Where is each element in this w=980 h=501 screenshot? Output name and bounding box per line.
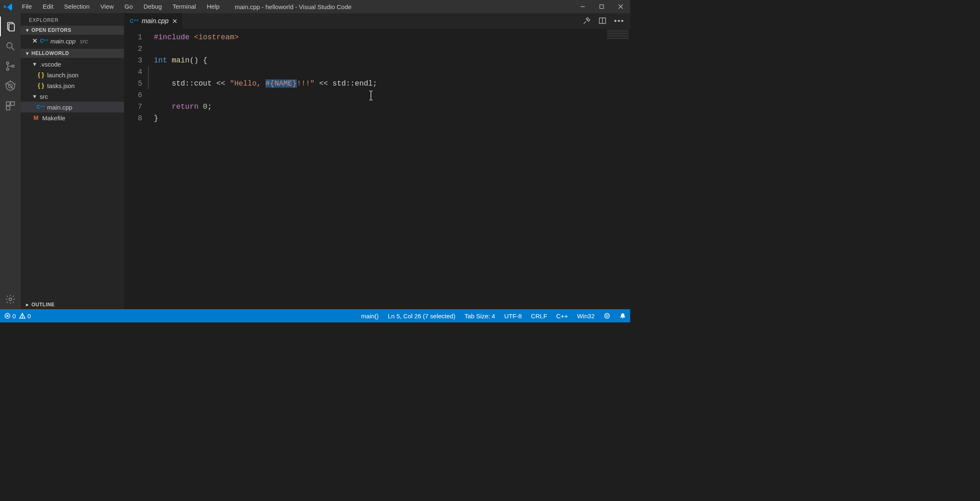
- cpp-file-icon: C⁺⁺: [41, 38, 48, 44]
- status-warnings-count: 0: [27, 313, 31, 320]
- explorer-sidebar: EXPLORER ▾ OPEN EDITORS ✕ C⁺⁺ main.cpp s…: [21, 13, 124, 309]
- menu-selection[interactable]: Selection: [59, 0, 95, 13]
- workbench: EXPLORER ▾ OPEN EDITORS ✕ C⁺⁺ main.cpp s…: [0, 13, 630, 309]
- activity-settings[interactable]: [0, 289, 21, 309]
- tree-folder-vscode[interactable]: ▾ .vscode: [21, 59, 124, 69]
- activity-debug[interactable]: [0, 76, 21, 96]
- window-close-button[interactable]: [611, 0, 630, 13]
- menu-bar: File Edit Selection View Go Debug Termin…: [17, 0, 225, 13]
- line-indent-guide: [148, 66, 149, 89]
- title-bar: File Edit Selection View Go Debug Termin…: [0, 0, 630, 13]
- line-number: 4: [124, 66, 142, 78]
- file-tree: ▾ .vscode { } launch.json { } tasks.json…: [21, 58, 124, 126]
- svg-rect-17: [6, 102, 10, 105]
- section-outline[interactable]: ▸ OUTLINE: [21, 300, 124, 309]
- split-editor-icon[interactable]: [598, 17, 607, 26]
- menu-terminal[interactable]: Terminal: [167, 0, 201, 13]
- svg-point-8: [7, 62, 9, 64]
- section-project[interactable]: ▾ HELLOWORLD: [21, 49, 124, 58]
- close-icon[interactable]: ✕: [172, 17, 177, 25]
- text-selection: #{NAME}: [265, 79, 297, 88]
- activity-extensions[interactable]: [0, 96, 21, 116]
- status-errors[interactable]: 0: [4, 313, 16, 320]
- window-minimize-button[interactable]: [573, 0, 592, 13]
- activity-bar: [0, 13, 21, 309]
- line-number-gutter: 1 2 3 4 5 6 7 8: [124, 29, 148, 309]
- editor-actions: •••: [583, 13, 630, 29]
- json-file-icon: { }: [37, 72, 45, 78]
- tree-file-main-cpp[interactable]: C⁺⁺ main.cpp: [21, 102, 124, 112]
- section-outline-label: OUTLINE: [31, 302, 55, 308]
- menu-view[interactable]: View: [95, 0, 119, 13]
- activity-source-control[interactable]: [0, 56, 21, 76]
- editor-group: C⁺⁺ main.cpp ✕ ••• 1 2 3 4 5: [124, 13, 630, 309]
- section-open-editors[interactable]: ▾ OPEN EDITORS: [21, 26, 124, 35]
- activity-search[interactable]: [0, 36, 21, 56]
- json-file-icon: { }: [37, 82, 45, 89]
- status-bar: 0 0 main() Ln 5, Col 26 (7 selected) Tab…: [0, 309, 630, 322]
- sidebar-title: EXPLORER: [21, 13, 124, 26]
- svg-point-29: [606, 315, 606, 315]
- open-editor-item[interactable]: ✕ C⁺⁺ main.cpp src: [21, 36, 124, 46]
- line-number: 2: [124, 43, 142, 55]
- line-number: 1: [124, 31, 142, 43]
- open-editor-filename: main.cpp: [50, 38, 76, 45]
- close-icon[interactable]: ✕: [32, 37, 38, 45]
- build-icon[interactable]: [583, 17, 591, 26]
- minimap[interactable]: [605, 29, 630, 309]
- window-controls: [573, 0, 630, 13]
- status-notifications-icon[interactable]: [619, 313, 626, 319]
- status-eol[interactable]: CRLF: [531, 313, 547, 320]
- cpp-file-icon: C⁺⁺: [130, 18, 139, 24]
- menu-debug[interactable]: Debug: [138, 0, 167, 13]
- status-feedback-icon[interactable]: [604, 313, 610, 319]
- section-project-label: HELLOWORLD: [31, 50, 69, 56]
- svg-line-16: [14, 84, 16, 84]
- status-language[interactable]: C++: [556, 313, 568, 320]
- svg-point-10: [12, 65, 14, 67]
- status-tab-size[interactable]: Tab Size: 4: [464, 313, 495, 320]
- editor-tab-main-cpp[interactable]: C⁺⁺ main.cpp ✕: [124, 13, 183, 29]
- svg-point-30: [608, 315, 608, 315]
- menu-go[interactable]: Go: [119, 0, 138, 13]
- window-title: main.cpp - helloworld - Visual Studio Co…: [225, 3, 573, 10]
- cpp-file-icon: C⁺⁺: [37, 104, 45, 110]
- chevron-down-icon: ▾: [32, 93, 37, 100]
- svg-point-6: [7, 43, 12, 48]
- text-cursor-icon: [368, 90, 374, 104]
- svg-point-20: [9, 298, 12, 301]
- tree-file-launch-json[interactable]: { } launch.json: [21, 69, 124, 80]
- line-number: 8: [124, 112, 142, 124]
- error-icon: [4, 313, 11, 319]
- window-maximize-button[interactable]: [592, 0, 611, 13]
- status-encoding[interactable]: UTF-8: [504, 313, 522, 320]
- tree-folder-src[interactable]: ▾ src: [21, 91, 124, 102]
- svg-rect-18: [11, 102, 14, 105]
- line-number: 6: [124, 89, 142, 101]
- tree-label: launch.json: [47, 72, 79, 79]
- svg-line-7: [12, 48, 14, 50]
- svg-line-13: [7, 83, 14, 89]
- chevron-down-icon: ▾: [25, 27, 30, 33]
- vscode-logo-icon: [0, 2, 17, 11]
- status-warnings[interactable]: 0: [19, 313, 31, 320]
- menu-help[interactable]: Help: [201, 0, 225, 13]
- activity-explorer[interactable]: [0, 17, 21, 36]
- code-content[interactable]: #include <iostream> int main() { std::co…: [148, 29, 377, 309]
- chevron-down-icon: ▾: [32, 60, 37, 68]
- status-position[interactable]: Ln 5, Col 26 (7 selected): [388, 313, 455, 320]
- chevron-right-icon: ▸: [25, 302, 30, 308]
- code-editor[interactable]: 1 2 3 4 5 6 7 8 #include <iostream> int …: [124, 29, 630, 309]
- svg-point-9: [7, 68, 9, 70]
- menu-file[interactable]: File: [17, 0, 37, 13]
- tree-file-makefile[interactable]: M Makefile: [21, 112, 124, 123]
- tree-label: main.cpp: [47, 104, 72, 111]
- menu-edit[interactable]: Edit: [37, 0, 59, 13]
- warning-icon: [19, 313, 26, 319]
- status-platform[interactable]: Win32: [577, 313, 595, 320]
- svg-point-27: [22, 317, 23, 317]
- more-actions-icon[interactable]: •••: [614, 17, 624, 26]
- svg-rect-5: [9, 24, 14, 31]
- status-scope[interactable]: main(): [361, 313, 379, 320]
- tree-file-tasks-json[interactable]: { } tasks.json: [21, 80, 124, 91]
